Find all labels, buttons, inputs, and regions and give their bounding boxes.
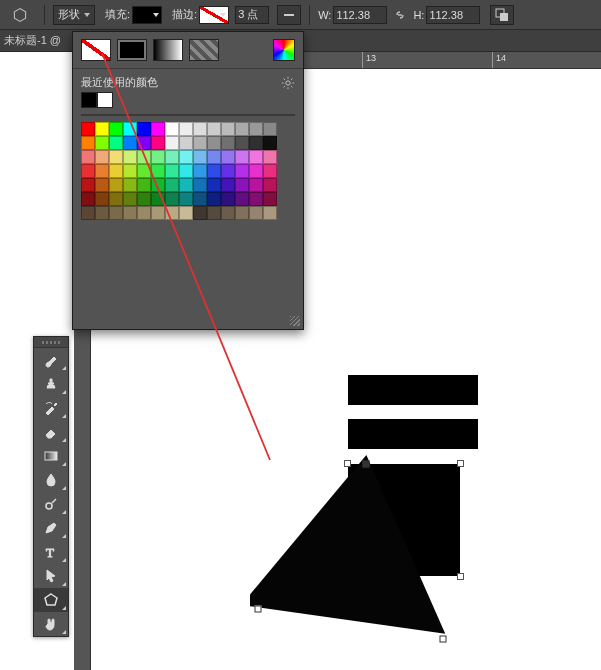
recent-swatch[interactable]: [97, 92, 113, 108]
gear-icon[interactable]: [281, 76, 295, 90]
link-wh-icon[interactable]: [393, 8, 407, 22]
swatch[interactable]: [165, 122, 179, 136]
swatch[interactable]: [123, 136, 137, 150]
polygon-shape-tool[interactable]: [34, 588, 68, 612]
swatch[interactable]: [249, 136, 263, 150]
history-brush-tool[interactable]: [34, 396, 68, 420]
palette-grip[interactable]: [34, 337, 68, 348]
shape-triangle[interactable]: [250, 454, 456, 646]
stroke-options-button[interactable]: [277, 5, 301, 25]
swatch[interactable]: [81, 164, 95, 178]
swatch[interactable]: [109, 150, 123, 164]
swatch[interactable]: [151, 206, 165, 220]
swatch[interactable]: [207, 206, 221, 220]
swatch[interactable]: [109, 136, 123, 150]
swatch[interactable]: [81, 178, 95, 192]
swatch[interactable]: [193, 136, 207, 150]
swatch[interactable]: [151, 178, 165, 192]
shape-rectangle-2[interactable]: [348, 419, 478, 449]
swatch[interactable]: [207, 150, 221, 164]
swatch[interactable]: [137, 136, 151, 150]
swatch[interactable]: [151, 164, 165, 178]
swatch[interactable]: [179, 164, 193, 178]
tool-preset-icon[interactable]: [10, 5, 30, 25]
swatch[interactable]: [207, 136, 221, 150]
swatch[interactable]: [221, 122, 235, 136]
swatch[interactable]: [249, 178, 263, 192]
swatch[interactable]: [221, 150, 235, 164]
swatch[interactable]: [95, 178, 109, 192]
resize-grip-icon[interactable]: [290, 316, 300, 326]
swatch[interactable]: [109, 164, 123, 178]
height-input[interactable]: [426, 6, 480, 24]
swatch[interactable]: [263, 192, 277, 206]
swatch[interactable]: [207, 122, 221, 136]
fill-type-pattern[interactable]: [189, 39, 219, 61]
path-operations-button[interactable]: [490, 5, 514, 25]
swatch[interactable]: [193, 192, 207, 206]
swatch[interactable]: [263, 206, 277, 220]
swatch[interactable]: [81, 192, 95, 206]
swatch[interactable]: [123, 122, 137, 136]
type-tool[interactable]: T: [34, 540, 68, 564]
swatch[interactable]: [137, 122, 151, 136]
swatch[interactable]: [235, 192, 249, 206]
swatch[interactable]: [221, 178, 235, 192]
swatch[interactable]: [165, 206, 179, 220]
swatch[interactable]: [165, 136, 179, 150]
swatch[interactable]: [81, 122, 95, 136]
swatch[interactable]: [137, 164, 151, 178]
swatch[interactable]: [263, 136, 277, 150]
swatch[interactable]: [235, 150, 249, 164]
swatch[interactable]: [165, 164, 179, 178]
swatch[interactable]: [151, 192, 165, 206]
swatch[interactable]: [207, 164, 221, 178]
pen-tool[interactable]: [34, 516, 68, 540]
blur-tool[interactable]: [34, 468, 68, 492]
swatch[interactable]: [221, 192, 235, 206]
swatch[interactable]: [235, 136, 249, 150]
swatch[interactable]: [235, 164, 249, 178]
swatch[interactable]: [263, 122, 277, 136]
swatch[interactable]: [179, 136, 193, 150]
swatch[interactable]: [95, 192, 109, 206]
swatch[interactable]: [249, 206, 263, 220]
fill-type-gradient[interactable]: [153, 39, 183, 61]
swatch[interactable]: [179, 206, 193, 220]
swatch[interactable]: [193, 164, 207, 178]
recent-swatch[interactable]: [81, 92, 97, 108]
swatch[interactable]: [109, 122, 123, 136]
swatch[interactable]: [235, 206, 249, 220]
swatch[interactable]: [95, 136, 109, 150]
swatch[interactable]: [263, 164, 277, 178]
swatch[interactable]: [109, 206, 123, 220]
swatch[interactable]: [109, 192, 123, 206]
swatch[interactable]: [221, 136, 235, 150]
hand-tool[interactable]: [34, 612, 68, 636]
swatch[interactable]: [207, 178, 221, 192]
swatch[interactable]: [137, 178, 151, 192]
swatch[interactable]: [95, 122, 109, 136]
fill-type-solid[interactable]: [117, 39, 147, 61]
swatch[interactable]: [81, 206, 95, 220]
swatch[interactable]: [235, 178, 249, 192]
swatch[interactable]: [95, 150, 109, 164]
swatch[interactable]: [165, 192, 179, 206]
swatch[interactable]: [193, 150, 207, 164]
swatch[interactable]: [179, 178, 193, 192]
brush-tool[interactable]: [34, 348, 68, 372]
swatch[interactable]: [179, 150, 193, 164]
eraser-tool[interactable]: [34, 420, 68, 444]
swatch[interactable]: [95, 206, 109, 220]
swatch[interactable]: [249, 122, 263, 136]
swatch[interactable]: [95, 164, 109, 178]
shape-rectangle-1[interactable]: [348, 375, 478, 405]
swatch[interactable]: [193, 206, 207, 220]
swatch[interactable]: [221, 206, 235, 220]
swatch[interactable]: [137, 150, 151, 164]
fill-swatch[interactable]: [132, 6, 162, 24]
swatch[interactable]: [193, 122, 207, 136]
dodge-tool[interactable]: [34, 492, 68, 516]
swatch[interactable]: [165, 150, 179, 164]
swatch[interactable]: [123, 206, 137, 220]
